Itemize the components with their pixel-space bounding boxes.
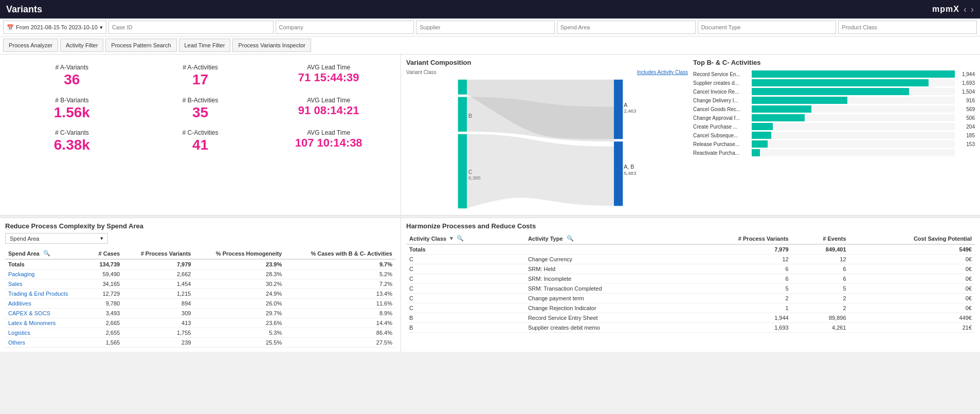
c-activities-label: # C-Activities [141,129,260,136]
bar-track [752,88,955,95]
c-activities-kpi: # C-Activities 41 [136,125,265,158]
nav-next-button[interactable]: › [971,4,974,15]
h-cost: 449€ [849,313,975,323]
kpi-panel: # A-Variants 36 # A-Activities 17 AVG Le… [0,55,401,215]
variants: 1,215 [123,289,194,299]
sankey-svg: B C 6,385 A 2,463 A, B 5,483 [406,77,688,211]
spend-area-name[interactable]: Logistics [5,328,88,338]
spend-area-table-header: Spend Area 🔍 # Cases # Process Variants … [5,248,395,259]
page-title: Variants [6,4,42,15]
cases: 59,490 [88,269,123,279]
bar-item: Change Delivery I... 916 [693,97,975,104]
nav-prev-button[interactable]: ‹ [964,4,967,15]
activity-class-sort-icon[interactable]: ▾ [450,235,453,242]
table-row: C SRM: Held 6 6 0€ [406,264,975,274]
spend-area-name[interactable]: Additives [5,299,88,309]
totals-cases: 134,739 [88,259,123,269]
spend-area-name[interactable]: Others [5,338,88,348]
document-type-input[interactable] [698,21,837,34]
activity-type: Change payment term [525,294,681,303]
activity-filter-button[interactable]: Activity Filter [60,39,103,52]
case-id-input[interactable] [108,21,274,34]
bar-label: Cancel Subseque... [693,133,750,138]
table-row: C Change Rejection Indicator 1 2 0€ [406,303,975,313]
spend-area-name[interactable]: Packaging [5,269,88,279]
sankey-a-right-value: 2,463 [624,108,636,114]
h-variants: 1,693 [681,323,792,333]
filter-row-1: 📅 From 2021-08-15 To 2023-10-10 ▾ [0,19,980,37]
b-variants-label: # B-Variants [13,97,131,104]
h-cost: 0€ [849,303,975,313]
spend-area-name[interactable]: Sales [5,279,88,289]
avg-lead-b-label: AVG Lead Time [269,97,388,104]
bar-fill [752,123,773,130]
homogeneity: 25.5% [194,338,285,348]
sankey-ab-right-label: A, B [624,164,634,170]
company-input[interactable] [276,21,414,34]
date-dropdown-icon: ▾ [100,24,103,31]
activity-type: Record Service Entry Sheet [525,313,681,323]
product-class-input[interactable] [838,21,977,34]
bar-fill [752,149,760,156]
date-range-filter[interactable]: 📅 From 2021-08-15 To 2023-10-10 ▾ [3,21,106,34]
col-cases: # Cases [88,248,123,259]
bar-item: Record Service En... 1,944 [693,70,975,78]
b-activities-kpi: # B-Activities 35 [136,93,265,125]
bar-label: Change Approval f... [693,115,750,121]
b-activities-value: 35 [141,104,260,121]
bar-label: Change Delivery I... [693,98,750,103]
col-activity-type: Activity Type 🔍 [525,233,681,244]
includes-activity-class-link[interactable]: Includes Activity Class [637,69,688,75]
activity-class: C [406,284,525,294]
spend-area-input[interactable] [557,21,696,34]
a-variants-kpi: # A-Variants 36 [8,60,136,93]
activity-type: Supplier creates debit memo [525,323,681,333]
bar-label: Record Service En... [693,71,750,77]
sankey-b-bar [458,97,467,132]
supplier-input[interactable] [416,21,555,34]
variant-comp-subtitle: Variant Class Includes Activity Class [406,69,688,75]
harmonize-table-header: Activity Class ▾ 🔍 Activity Type 🔍 # Pro… [406,233,975,244]
variants: 1,454 [123,279,194,289]
variants: 239 [123,338,194,348]
spend-area-name[interactable]: Latex & Monomers [5,318,88,328]
cases: 1,565 [88,338,123,348]
activity-class: B [406,313,525,323]
col-process-variants: # Process Variants [123,248,194,259]
spend-area-dropdown[interactable]: Spend Area ▾ [5,233,108,244]
variants: 1,755 [123,328,194,338]
bar-value: 506 [957,115,975,121]
h-cost: 0€ [849,255,975,264]
activity-type-search-icon[interactable]: 🔍 [567,235,574,242]
bar-value: 204 [957,124,975,130]
avg-lead-a-value: 71 15:44:39 [269,71,388,84]
table-row: Latex & Monomers 2,665 413 23.6% 14.4% [5,318,395,328]
homogeneity: 23.6% [194,318,285,328]
avg-lead-c-kpi: AVG Lead Time 107 10:14:38 [264,125,393,158]
table-row: C SRM: Transaction Completed 5 5 0€ [406,284,975,294]
right-panel-inner: Variant Composition Variant Class Includ… [406,59,975,211]
process-analyzer-button[interactable]: Process Analyzer [3,39,58,52]
kpi-grid: # A-Variants 36 # A-Activities 17 AVG Le… [8,60,393,158]
spend-area-panel: Reduce Process Complexity by Spend Area … [0,218,401,352]
activity-type: SRM: Incomplete [525,274,681,284]
sankey-ab-right-bar [614,141,623,206]
process-pattern-search-button[interactable]: Process Pattern Search [105,39,176,52]
lead-time-filter-button[interactable]: Lead Time Filter [179,39,231,52]
spend-area-name[interactable]: CAPEX & SOCS [5,309,88,318]
spend-area-name[interactable]: Trading & End Products [5,289,88,299]
main-top-content: # A-Variants 36 # A-Activities 17 AVG Le… [0,55,980,215]
activity-class-search-icon[interactable]: 🔍 [457,235,464,242]
h-variants: 12 [681,255,792,264]
h-cost: 21€ [849,323,975,333]
h-events: 2 [792,303,849,313]
h-events: 2 [792,294,849,303]
table-row: C SRM: Incomplete 6 6 0€ [406,274,975,284]
process-variants-inspector-button[interactable]: Process Variants Inspector [232,39,311,52]
harmonize-panel: Harmonize Processes and Reduce Costs Act… [401,218,980,352]
bar-fill [752,88,909,95]
h-events: 6 [792,264,849,274]
h-variants: 6 [681,274,792,284]
bar-value: 185 [957,133,975,138]
spend-area-search-icon[interactable]: 🔍 [43,250,50,257]
